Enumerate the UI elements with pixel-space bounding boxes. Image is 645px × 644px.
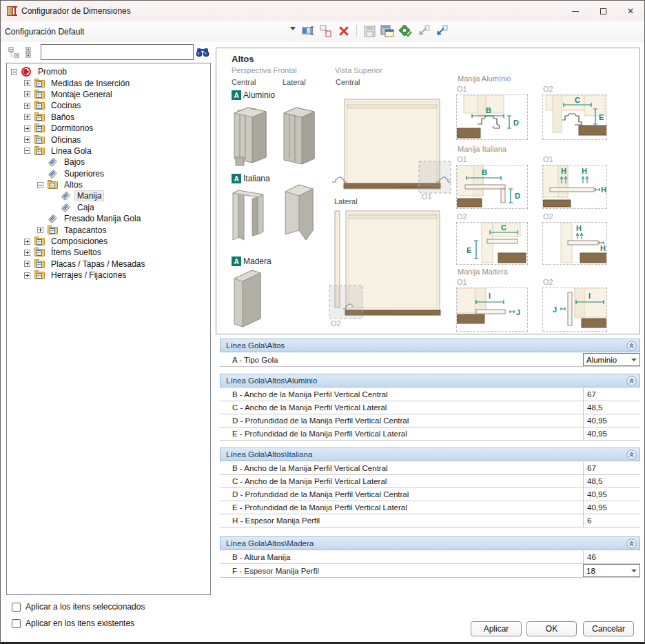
expander-icon[interactable]	[11, 69, 17, 75]
configuration-dropdown-arrow-icon[interactable]	[290, 27, 296, 30]
minimize-button[interactable]	[562, 1, 589, 21]
property-row[interactable]: B - Altura Manija 46	[220, 551, 640, 564]
duplicate-configuration-button[interactable]	[319, 24, 333, 38]
value-field[interactable]: 67	[583, 462, 640, 474]
section-header-aluminio[interactable]: Línea Gola\Altos\Aluminio	[220, 374, 640, 388]
tree-item-composiciones[interactable]: Composiciones	[7, 236, 210, 247]
import-dimensions-button-disabled[interactable]	[416, 24, 430, 38]
find-button[interactable]	[196, 46, 209, 59]
expander-icon[interactable]	[24, 137, 30, 143]
collapse-section-icon[interactable]	[626, 539, 637, 549]
collapse-all-button[interactable]	[8, 46, 20, 59]
save-button-disabled[interactable]	[362, 24, 376, 38]
property-row[interactable]: D - Profundidad de la Manija Perfil Vert…	[220, 414, 640, 427]
tree-item-altos[interactable]: Altos	[7, 179, 210, 190]
detail-aluminio-o1: B D	[456, 94, 528, 140]
expander-icon[interactable]	[24, 125, 30, 132]
tree-item-caja[interactable]: Caja	[7, 202, 210, 213]
property-row[interactable]: B - Ancho de la Manija Perfil Vertical C…	[220, 462, 640, 475]
expander-icon[interactable]	[24, 250, 30, 256]
value-field[interactable]: 40,95	[583, 501, 640, 514]
section-header-italiana[interactable]: Línea Gola\Altos\Italiana	[220, 447, 640, 461]
save-configuration-as-button[interactable]	[380, 24, 394, 38]
section-header-linea-gola-altos[interactable]: Línea Gola\Altos	[220, 339, 640, 352]
espesor-select[interactable]: 18	[583, 564, 640, 577]
property-row[interactable]: H - Espesor Manija Perfil 6	[220, 514, 640, 527]
tree-item-bajos[interactable]: Bajos	[7, 157, 210, 168]
value-field[interactable]: 48,5	[583, 475, 640, 487]
configuration-combobox[interactable]: Configuración Default	[5, 25, 301, 39]
detail-italiana-o2: C E	[456, 222, 528, 265]
expander-icon[interactable]	[37, 227, 43, 233]
expander-icon[interactable]	[24, 91, 30, 97]
checkbox-icon[interactable]	[12, 619, 21, 628]
checkbox-icon[interactable]	[12, 603, 21, 612]
tree-item-medidas[interactable]: Medidas de Inserción	[7, 77, 210, 88]
tree-item-placas[interactable]: Placas / Tapas / Mesadas	[7, 259, 210, 270]
folder-icon	[34, 123, 46, 133]
tree-item-manija[interactable]: Manija	[7, 190, 210, 201]
expander-icon[interactable]	[37, 182, 43, 188]
apply-selected-items-checkbox-row[interactable]: Aplicar a los itens seleccionados	[12, 602, 145, 612]
close-button[interactable]: ✕	[617, 1, 644, 21]
expander-icon[interactable]	[24, 148, 30, 154]
tree-item-promob[interactable]: Promob	[7, 66, 210, 77]
column-central-label: Central	[232, 78, 256, 86]
tree-search-input[interactable]	[41, 44, 194, 60]
export-dimensions-button[interactable]	[434, 24, 448, 38]
profile-italiana-lateral	[280, 179, 318, 250]
value-field[interactable]: 67	[583, 388, 640, 401]
tree-item-fresado[interactable]: Fresado Manija Gola	[7, 213, 210, 224]
collapse-section-icon[interactable]	[626, 376, 637, 386]
delete-configuration-button[interactable]	[337, 24, 351, 38]
detail-madera-o1: I J	[456, 288, 528, 332]
top-view-central-drawing: O1	[329, 90, 453, 200]
collapse-section-icon[interactable]	[626, 341, 637, 351]
expand-all-button[interactable]	[22, 46, 34, 59]
tree-item-banos[interactable]: Baños	[7, 112, 210, 123]
apply-button[interactable]: Aplicar	[471, 621, 522, 636]
expander-icon[interactable]	[24, 114, 30, 120]
tree-item-superiores[interactable]: Superiores	[7, 168, 210, 179]
tree-item-herrajes[interactable]: Herrajes / Fijaciones	[7, 270, 210, 281]
maximize-button[interactable]	[589, 1, 617, 21]
tree-item-items-sueltos[interactable]: Ítems Sueltos	[7, 247, 210, 258]
property-row[interactable]: B - Ancho de la Manija Perfil Vertical C…	[220, 388, 640, 401]
property-row[interactable]: D - Profundidad de la Manija Perfil Vert…	[220, 488, 640, 501]
property-row[interactable]: C - Ancho de la Manija Perfil Vertical L…	[220, 401, 640, 414]
value-field[interactable]: 48,5	[583, 401, 640, 414]
tree-item-linea-gola[interactable]: Línea Gola	[7, 145, 210, 157]
tipo-gola-select[interactable]: Aluminio	[583, 353, 640, 366]
tree-item-montaje[interactable]: Montaje General	[7, 89, 210, 100]
property-row[interactable]: E - Profundidad de la Manija Perfil Vert…	[220, 501, 640, 514]
material-italiana: A Italiana	[232, 174, 270, 183]
value-field[interactable]: 6	[583, 514, 640, 527]
apply-existing-items-checkbox-row[interactable]: Aplicar en los itens existentes	[12, 618, 134, 628]
dim-h: H	[600, 244, 606, 252]
section-header-madera[interactable]: Línea Gola\Altos\Madera	[220, 536, 640, 550]
expander-icon[interactable]	[24, 103, 30, 109]
cancel-button[interactable]: Cancelar	[583, 621, 634, 636]
expander-icon[interactable]	[24, 80, 30, 86]
tree-item-oficinas[interactable]: Oficinas	[7, 134, 210, 145]
value-field[interactable]: 40,95	[583, 414, 640, 427]
property-row[interactable]: E - Profundidad de la Manija Perfil Vert…	[220, 427, 640, 441]
ok-button[interactable]: OK	[526, 621, 577, 636]
manija-italiana-title: Manija Italiana	[458, 145, 506, 153]
expander-icon[interactable]	[24, 272, 30, 279]
diagram-panel: Altos Perspectiva Frontal Central Latera…	[216, 48, 640, 334]
o2-zoom-label: O2	[331, 319, 341, 327]
tree-item-tapacantos[interactable]: Tapacantos	[7, 224, 210, 235]
value-field[interactable]: 40,95	[583, 427, 640, 440]
tree-item-cocinas[interactable]: Cocinas	[7, 100, 210, 111]
expander-icon[interactable]	[24, 261, 30, 267]
property-row[interactable]: C - Ancho de la Manija Perfil Vertical L…	[220, 475, 640, 488]
apply-configuration-button[interactable]	[398, 24, 412, 38]
expander-icon[interactable]	[24, 239, 30, 245]
value-field[interactable]: 46	[583, 551, 640, 563]
rename-configuration-button[interactable]	[301, 24, 315, 38]
collapse-section-icon[interactable]	[626, 450, 637, 460]
tree-item-dormitorios[interactable]: Dormitorios	[7, 123, 210, 134]
value-field[interactable]: 40,95	[583, 488, 640, 501]
manija-aluminio-title: Manija Alumínio	[458, 74, 511, 83]
